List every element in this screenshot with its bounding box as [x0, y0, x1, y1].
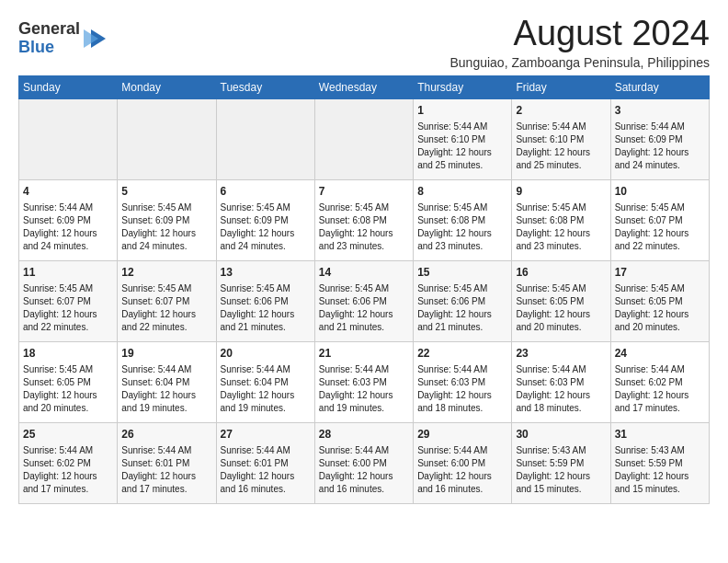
calendar-week-row: 18Sunrise: 5:45 AMSunset: 6:05 PMDayligh…	[19, 341, 710, 422]
day-content: and 21 minutes.	[319, 321, 409, 334]
calendar-cell: 15Sunrise: 5:45 AMSunset: 6:06 PMDayligh…	[414, 260, 512, 341]
day-number: 23	[516, 346, 606, 362]
day-content: Daylight: 12 hours	[615, 470, 705, 483]
day-content: and 24 minutes.	[23, 240, 113, 253]
day-content: Daylight: 12 hours	[23, 227, 113, 240]
calendar-cell: 4Sunrise: 5:44 AMSunset: 6:09 PMDaylight…	[19, 179, 118, 260]
day-content: Sunrise: 5:45 AM	[319, 201, 409, 214]
day-number: 21	[319, 346, 409, 362]
day-content: Daylight: 12 hours	[121, 227, 211, 240]
day-content: Sunset: 6:06 PM	[221, 295, 311, 308]
calendar-cell	[216, 98, 314, 179]
day-number: 20	[221, 346, 311, 362]
day-content: and 17 minutes.	[121, 483, 211, 496]
day-number: 16	[516, 265, 606, 281]
day-content: Sunset: 6:09 PM	[23, 214, 113, 227]
calendar-cell: 24Sunrise: 5:44 AMSunset: 6:02 PMDayligh…	[610, 341, 709, 422]
day-content: Sunrise: 5:45 AM	[615, 201, 705, 214]
day-number: 22	[417, 346, 507, 362]
calendar-cell: 14Sunrise: 5:45 AMSunset: 6:06 PMDayligh…	[314, 260, 413, 341]
calendar-cell: 31Sunrise: 5:43 AMSunset: 5:59 PMDayligh…	[610, 422, 709, 503]
weekday-header-sunday: Sunday	[19, 75, 118, 98]
logo: General Blue	[18, 20, 108, 57]
day-content: Daylight: 12 hours	[23, 470, 113, 483]
logo-icon	[82, 26, 108, 52]
day-content: and 25 minutes.	[417, 159, 507, 172]
day-number: 3	[615, 103, 705, 119]
day-content: Sunrise: 5:45 AM	[319, 282, 409, 295]
day-content: Sunset: 6:03 PM	[319, 376, 409, 389]
calendar-week-row: 1Sunrise: 5:44 AMSunset: 6:10 PMDaylight…	[19, 98, 710, 179]
weekday-header-friday: Friday	[512, 75, 610, 98]
logo-general-text: General	[18, 19, 80, 38]
day-number: 17	[615, 265, 705, 281]
day-content: Sunrise: 5:44 AM	[121, 444, 211, 457]
day-content: Sunset: 6:04 PM	[221, 376, 311, 389]
day-number: 10	[615, 184, 705, 200]
calendar-cell: 28Sunrise: 5:44 AMSunset: 6:00 PMDayligh…	[314, 422, 413, 503]
day-number: 11	[23, 265, 113, 281]
calendar-cell: 2Sunrise: 5:44 AMSunset: 6:10 PMDaylight…	[512, 98, 610, 179]
day-content: Daylight: 12 hours	[615, 389, 705, 402]
day-content: Sunrise: 5:44 AM	[417, 363, 507, 376]
logo-blue-text: Blue	[18, 38, 54, 56]
day-content: Sunset: 6:07 PM	[23, 295, 113, 308]
day-content: Sunrise: 5:44 AM	[615, 363, 705, 376]
calendar-cell: 3Sunrise: 5:44 AMSunset: 6:09 PMDaylight…	[610, 98, 709, 179]
calendar-cell: 1Sunrise: 5:44 AMSunset: 6:10 PMDaylight…	[414, 98, 512, 179]
day-content: Sunset: 6:09 PM	[121, 214, 211, 227]
day-content: Sunrise: 5:44 AM	[319, 444, 409, 457]
day-content: Sunset: 6:06 PM	[319, 295, 409, 308]
weekday-header-thursday: Thursday	[414, 75, 512, 98]
day-content: Daylight: 12 hours	[121, 389, 211, 402]
calendar-cell: 30Sunrise: 5:43 AMSunset: 5:59 PMDayligh…	[512, 422, 610, 503]
calendar-cell: 26Sunrise: 5:44 AMSunset: 6:01 PMDayligh…	[118, 422, 216, 503]
calendar-week-row: 11Sunrise: 5:45 AMSunset: 6:07 PMDayligh…	[19, 260, 710, 341]
day-content: Sunset: 6:09 PM	[615, 133, 705, 146]
day-content: Sunrise: 5:44 AM	[121, 363, 211, 376]
day-content: Sunrise: 5:43 AM	[516, 444, 606, 457]
weekday-header-tuesday: Tuesday	[216, 75, 314, 98]
calendar-cell: 10Sunrise: 5:45 AMSunset: 6:07 PMDayligh…	[610, 179, 709, 260]
day-content: Sunset: 6:03 PM	[417, 376, 507, 389]
calendar-cell: 22Sunrise: 5:44 AMSunset: 6:03 PMDayligh…	[414, 341, 512, 422]
day-content: and 19 minutes.	[121, 402, 211, 415]
day-content: Sunset: 6:07 PM	[615, 214, 705, 227]
day-number: 15	[417, 265, 507, 281]
day-content: and 19 minutes.	[221, 402, 311, 415]
day-content: Sunset: 6:08 PM	[319, 214, 409, 227]
day-content: and 16 minutes.	[319, 483, 409, 496]
day-content: Sunset: 6:05 PM	[23, 376, 113, 389]
day-content: Daylight: 12 hours	[417, 146, 507, 159]
calendar-cell	[118, 98, 216, 179]
calendar-cell: 12Sunrise: 5:45 AMSunset: 6:07 PMDayligh…	[118, 260, 216, 341]
weekday-header-row: SundayMondayTuesdayWednesdayThursdayFrid…	[19, 75, 710, 98]
day-number: 9	[516, 184, 606, 200]
calendar-cell: 20Sunrise: 5:44 AMSunset: 6:04 PMDayligh…	[216, 341, 314, 422]
day-number: 18	[23, 346, 113, 362]
day-content: Sunrise: 5:44 AM	[516, 121, 606, 133]
calendar-week-row: 4Sunrise: 5:44 AMSunset: 6:09 PMDaylight…	[19, 179, 710, 260]
day-number: 31	[615, 427, 705, 442]
day-content: Sunrise: 5:44 AM	[23, 201, 113, 214]
calendar-cell: 17Sunrise: 5:45 AMSunset: 6:05 PMDayligh…	[610, 260, 709, 341]
calendar-cell: 5Sunrise: 5:45 AMSunset: 6:09 PMDaylight…	[118, 179, 216, 260]
day-content: Sunrise: 5:44 AM	[516, 363, 606, 376]
day-content: Sunrise: 5:45 AM	[23, 363, 113, 376]
calendar-cell: 18Sunrise: 5:45 AMSunset: 6:05 PMDayligh…	[19, 341, 118, 422]
day-content: and 22 minutes.	[23, 321, 113, 334]
day-content: Sunrise: 5:45 AM	[121, 282, 211, 295]
day-content: Sunrise: 5:45 AM	[417, 201, 507, 214]
day-number: 25	[23, 427, 113, 442]
day-content: Sunrise: 5:43 AM	[615, 444, 705, 457]
weekday-header-monday: Monday	[118, 75, 216, 98]
calendar-cell: 7Sunrise: 5:45 AMSunset: 6:08 PMDaylight…	[314, 179, 413, 260]
day-number: 30	[516, 427, 606, 442]
day-number: 28	[319, 427, 409, 442]
day-content: and 20 minutes.	[516, 321, 606, 334]
day-number: 13	[221, 265, 311, 281]
day-content: Sunset: 6:05 PM	[516, 295, 606, 308]
calendar-table: SundayMondayTuesdayWednesdayThursdayFrid…	[18, 75, 710, 504]
day-content: and 23 minutes.	[417, 240, 507, 253]
day-content: and 16 minutes.	[417, 483, 507, 496]
